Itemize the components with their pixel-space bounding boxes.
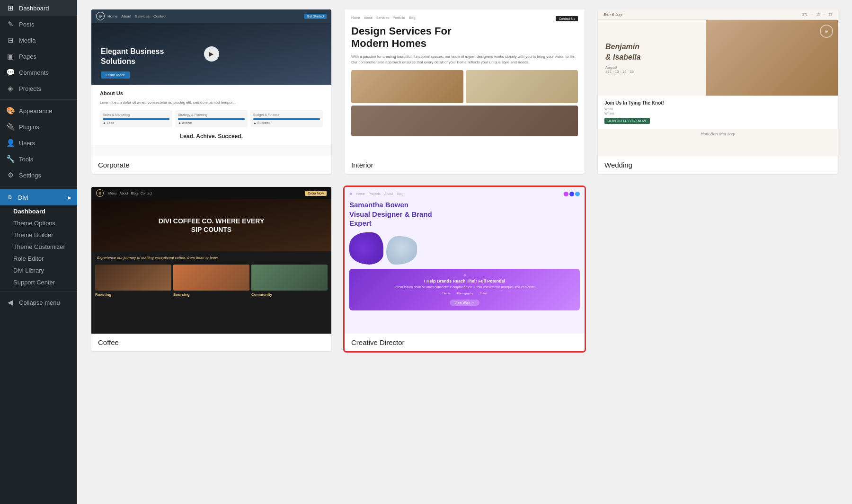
theme-preview-creative: ⊕ Home Projects About Blog Samantha Bowe… xyxy=(345,187,585,334)
sidebar-subitem-support-center[interactable]: Support Center xyxy=(0,276,77,288)
sidebar-item-comments[interactable]: 💬 Comments xyxy=(0,64,77,80)
theme-label-wedding: Wedding xyxy=(598,156,838,174)
plugins-icon: 🔌 xyxy=(6,123,15,131)
sidebar-item-projects[interactable]: ◈ Projects xyxy=(0,80,77,97)
sidebar-item-media[interactable]: ⊟ Media xyxy=(0,32,77,48)
divi-icon: D xyxy=(6,193,14,202)
sidebar-subitem-theme-builder[interactable]: Theme Builder xyxy=(0,229,77,241)
sidebar-item-label: Dashboard xyxy=(19,5,49,12)
tools-icon: 🔧 xyxy=(6,155,15,163)
sidebar-subitem-theme-customizer[interactable]: Theme Customizer xyxy=(0,241,77,253)
sidebar-subitem-theme-options[interactable]: Theme Options xyxy=(0,217,77,229)
theme-label-interior: Interior xyxy=(345,156,585,174)
projects-icon: ◈ xyxy=(6,84,15,93)
sidebar-item-users[interactable]: 👤 Users xyxy=(0,135,77,151)
sidebar-collapse-menu[interactable]: ◀ Collapse menu xyxy=(0,294,77,310)
sidebar-item-label: Media xyxy=(19,37,36,44)
theme-preview-coffee: ⊕ Menu About Blog Contact Order Now DIVI… xyxy=(91,187,331,334)
sidebar-item-settings[interactable]: ⚙ Settings xyxy=(0,167,77,183)
sidebar-item-label: Projects xyxy=(19,85,41,92)
sidebar-item-label: Tools xyxy=(19,156,33,163)
sidebar-item-appearance[interactable]: 🎨 Appearance xyxy=(0,103,77,119)
sidebar-item-label: Pages xyxy=(19,53,36,60)
sidebar-item-posts[interactable]: ✎ Posts xyxy=(0,16,77,32)
theme-label-corporate: Corporate xyxy=(91,156,331,174)
theme-card-interior[interactable]: Home About Services Portfolio Blog Conta… xyxy=(345,9,585,174)
theme-preview-wedding: Ben & Izzy 371 · 13 · 35 Benjamin& Isabe… xyxy=(598,9,838,156)
settings-icon: ⚙ xyxy=(6,171,15,179)
theme-grid: ⊕ Home About Services Contact Get Starte… xyxy=(91,9,838,351)
sidebar-item-pages[interactable]: ▣ Pages xyxy=(0,48,77,64)
users-icon: 👤 xyxy=(6,139,15,147)
sidebar-item-label: Plugins xyxy=(19,124,39,131)
sidebar-item-divi[interactable]: D Divi ▶ xyxy=(0,189,77,205)
pages-icon: ▣ xyxy=(6,52,15,61)
theme-label-coffee: Coffee xyxy=(91,334,331,351)
sidebar-item-label: Settings xyxy=(19,172,41,179)
posts-icon: ✎ xyxy=(6,20,15,28)
media-icon: ⊟ xyxy=(6,36,15,44)
sidebar-item-tools[interactable]: 🔧 Tools xyxy=(0,151,77,167)
sidebar-item-label: Posts xyxy=(19,21,35,28)
theme-card-corporate[interactable]: ⊕ Home About Services Contact Get Starte… xyxy=(91,9,331,174)
theme-card-creative-director[interactable]: ⊕ Home Projects About Blog Samantha Bowe… xyxy=(345,187,585,351)
theme-label-creative-director: Creative Director xyxy=(345,334,585,351)
sidebar-subitem-role-editor[interactable]: Role Editor xyxy=(0,253,77,265)
sidebar-item-dashboard[interactable]: ⊞ Dashboard xyxy=(0,0,77,16)
main-content: ⊕ Home About Services Contact Get Starte… xyxy=(77,0,852,504)
theme-preview-interior: Home About Services Portfolio Blog Conta… xyxy=(345,9,585,156)
sidebar-item-plugins[interactable]: 🔌 Plugins xyxy=(0,119,77,135)
sidebar-item-label: Comments xyxy=(19,69,49,76)
theme-card-coffee[interactable]: ⊕ Menu About Blog Contact Order Now DIVI… xyxy=(91,187,331,351)
sidebar-subitem-dashboard[interactable]: Dashboard xyxy=(0,205,77,217)
sidebar-divi-label: Divi xyxy=(18,194,28,201)
theme-preview-corporate: ⊕ Home About Services Contact Get Starte… xyxy=(91,9,331,156)
dashboard-icon: ⊞ xyxy=(6,4,15,12)
sidebar-item-label: Appearance xyxy=(19,107,52,115)
theme-card-wedding[interactable]: Ben & Izzy 371 · 13 · 35 Benjamin& Isabe… xyxy=(598,9,838,174)
sidebar-subitem-divi-library[interactable]: Divi Library xyxy=(0,265,77,276)
sidebar: ⊞ Dashboard ✎ Posts ⊟ Media ▣ Pages 💬 Co… xyxy=(0,0,77,504)
comments-icon: 💬 xyxy=(6,68,15,77)
appearance-icon: 🎨 xyxy=(6,106,15,115)
sidebar-item-label: Users xyxy=(19,140,35,147)
collapse-label: Collapse menu xyxy=(19,299,60,306)
collapse-icon: ◀ xyxy=(6,298,15,307)
